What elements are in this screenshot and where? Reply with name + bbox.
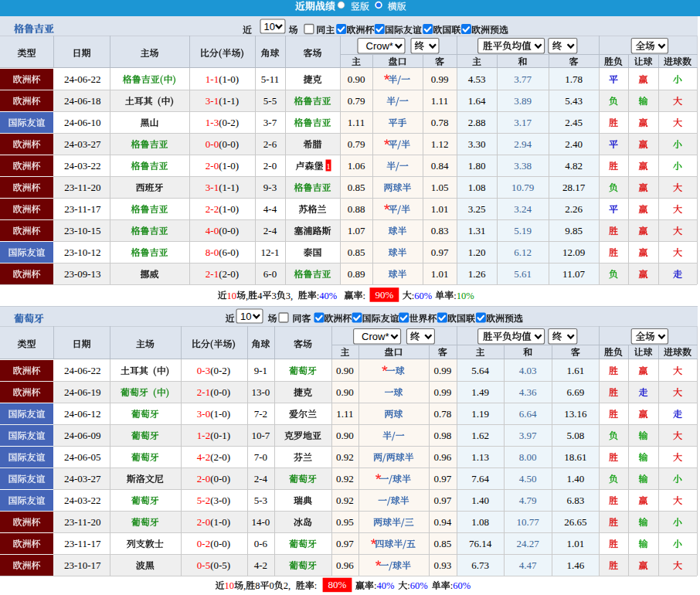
svg-text:,: , — [291, 291, 295, 301]
svg-text:1.40: 1.40 — [566, 473, 584, 484]
svg-text:24.27: 24.27 — [517, 538, 540, 549]
svg-text:1.07: 1.07 — [348, 225, 365, 236]
svg-text:0.92: 0.92 — [336, 495, 354, 506]
svg-text:10.79: 10.79 — [511, 182, 534, 193]
svg-text:23-11-17: 23-11-17 — [64, 538, 101, 549]
svg-text:0.97: 0.97 — [336, 538, 354, 549]
svg-text:80%: 80% — [328, 579, 347, 590]
svg-text:10: 10 — [225, 580, 235, 591]
svg-text:0-0: 0-0 — [206, 138, 219, 150]
svg-text:23-10-17: 23-10-17 — [64, 559, 101, 571]
svg-text:2-1: 2-1 — [206, 268, 219, 280]
svg-text:2-4: 2-4 — [263, 225, 277, 236]
svg-text:24-03-22: 24-03-22 — [64, 160, 101, 172]
svg-text:0.97: 0.97 — [433, 495, 451, 506]
svg-text:1.62: 1.62 — [471, 430, 489, 441]
svg-text:3.38: 3.38 — [514, 160, 532, 172]
svg-text:8: 8 — [255, 580, 260, 591]
svg-text:3.89: 3.89 — [514, 95, 532, 107]
svg-text:6.12: 6.12 — [514, 246, 532, 258]
svg-text:0.85: 0.85 — [433, 538, 451, 549]
svg-text:90%: 90% — [375, 289, 393, 301]
svg-text:0.83: 0.83 — [431, 225, 449, 236]
svg-text:0.79: 0.79 — [348, 138, 365, 150]
svg-text:23-10-15: 23-10-15 — [64, 225, 101, 236]
svg-text:0.79: 0.79 — [348, 95, 365, 107]
svg-text:5-2: 5-2 — [197, 495, 210, 506]
svg-text:2: 2 — [284, 580, 288, 591]
svg-text:1-3: 1-3 — [206, 117, 219, 128]
svg-text:2-6: 2-6 — [263, 138, 277, 150]
svg-text:1.78: 1.78 — [565, 73, 583, 85]
svg-text:5.64: 5.64 — [471, 365, 489, 376]
svg-text:4: 4 — [257, 291, 263, 301]
svg-text:1.08: 1.08 — [468, 182, 486, 193]
svg-text:0.90: 0.90 — [336, 430, 354, 441]
svg-text:0.96: 0.96 — [433, 451, 451, 463]
svg-text:1.26: 1.26 — [468, 268, 486, 280]
svg-text:1.49: 1.49 — [471, 386, 489, 398]
svg-text:0.89: 0.89 — [348, 268, 365, 280]
svg-text:2-1: 2-1 — [197, 386, 210, 398]
svg-text:0.90: 0.90 — [348, 73, 365, 85]
svg-text:1.19: 1.19 — [471, 408, 489, 420]
svg-text:8-0: 8-0 — [206, 246, 219, 258]
svg-text:7.64: 7.64 — [471, 473, 489, 484]
svg-text:4-2: 4-2 — [254, 559, 267, 571]
svg-text:6.73: 6.73 — [471, 559, 489, 571]
svg-text:24-06-09: 24-06-09 — [64, 430, 101, 441]
svg-text:6-0: 6-0 — [263, 268, 277, 280]
svg-text:1-2: 1-2 — [197, 430, 210, 441]
svg-text:1.20: 1.20 — [468, 246, 486, 258]
svg-text:(1-0): (1-0) — [210, 408, 230, 420]
svg-text:23-11-20: 23-11-20 — [64, 182, 100, 193]
svg-text:2-0: 2-0 — [263, 160, 277, 172]
svg-text:4.47: 4.47 — [519, 559, 537, 571]
svg-text:3-1: 3-1 — [206, 182, 219, 193]
svg-text:0.98: 0.98 — [433, 430, 451, 441]
svg-text::: : — [363, 291, 365, 301]
svg-text:1.08: 1.08 — [471, 516, 489, 528]
svg-text:18.61: 18.61 — [564, 451, 586, 463]
svg-text:4-2: 4-2 — [197, 451, 210, 463]
svg-text:3.17: 3.17 — [514, 117, 532, 128]
svg-text:(1-0): (1-0) — [219, 203, 239, 215]
svg-text:4.03: 4.03 — [519, 365, 537, 376]
svg-text:1.11: 1.11 — [336, 408, 353, 420]
svg-text:4.36: 4.36 — [519, 386, 537, 398]
svg-text:3.77: 3.77 — [514, 73, 532, 85]
svg-text:2-0: 2-0 — [197, 516, 210, 528]
svg-text:10.77: 10.77 — [517, 516, 540, 528]
svg-text:0.78: 0.78 — [433, 408, 451, 420]
svg-text:23-10-12: 23-10-12 — [64, 246, 101, 258]
svg-text:1.64: 1.64 — [468, 95, 486, 107]
svg-text:7-2: 7-2 — [254, 408, 267, 420]
svg-text:60%: 60% — [453, 580, 471, 591]
svg-text:0.84: 0.84 — [431, 160, 449, 172]
svg-text:(0-1): (0-1) — [210, 430, 230, 441]
svg-text:10: 10 — [227, 291, 237, 301]
svg-text:(0-2): (0-2) — [219, 117, 239, 128]
svg-text:3.25: 3.25 — [468, 203, 486, 215]
svg-text:3: 3 — [286, 291, 291, 301]
svg-text:Crow*: Crow* — [366, 40, 393, 52]
svg-text:1.31: 1.31 — [468, 225, 486, 236]
svg-text:0-5: 0-5 — [197, 559, 210, 571]
svg-text:8.00: 8.00 — [519, 451, 537, 463]
svg-text:1.05: 1.05 — [431, 182, 449, 193]
svg-text:2-4: 2-4 — [254, 473, 268, 484]
svg-text:23-11-17: 23-11-17 — [64, 203, 101, 215]
svg-text:1-1: 1-1 — [206, 73, 219, 85]
svg-text:4.53: 4.53 — [468, 73, 486, 85]
svg-text:24-06-10: 24-06-10 — [64, 117, 101, 128]
svg-text:5.08: 5.08 — [566, 430, 584, 441]
svg-text:0.97: 0.97 — [431, 246, 449, 258]
svg-text:1.40: 1.40 — [471, 495, 489, 506]
svg-text:10: 10 — [264, 21, 275, 32]
svg-text:,: , — [243, 580, 246, 591]
svg-text:1.80: 1.80 — [468, 160, 486, 172]
svg-text:6.69: 6.69 — [566, 386, 584, 398]
svg-text:10: 10 — [240, 311, 251, 322]
svg-text:2-2: 2-2 — [206, 203, 219, 215]
svg-text::: : — [314, 580, 317, 591]
